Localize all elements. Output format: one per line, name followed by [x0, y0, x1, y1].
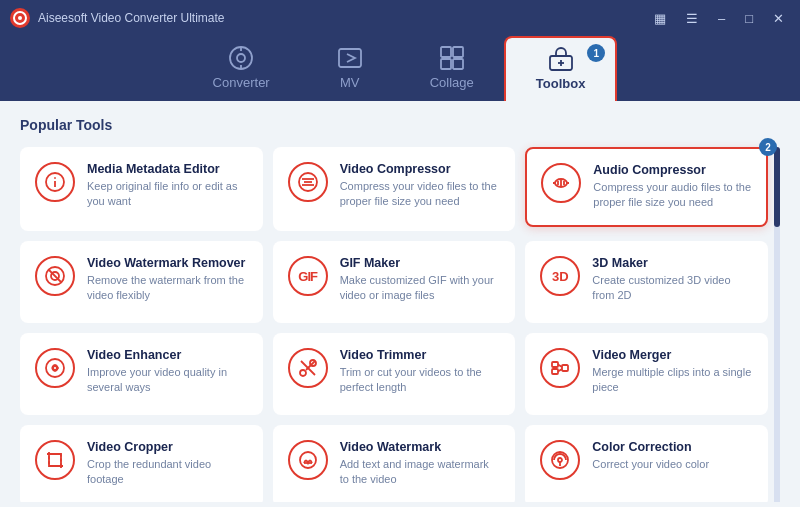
- tool-video-watermark-remover[interactable]: Video Watermark Remover Remove the water…: [20, 241, 263, 323]
- video-enhancer-name: Video Enhancer: [87, 348, 248, 362]
- watermark-remove-icon: [45, 266, 65, 286]
- toolbox-badge: 1: [587, 44, 605, 62]
- video-merger-info: Video Merger Merge multiple clips into a…: [592, 348, 753, 396]
- tool-video-enhancer[interactable]: Video Enhancer Improve your video qualit…: [20, 333, 263, 415]
- titlebar-controls: ▦ ☰ – □ ✕: [648, 9, 790, 28]
- app-title: Aiseesoft Video Converter Ultimate: [38, 11, 225, 25]
- svg-rect-38: [552, 369, 558, 374]
- tool-3d-maker[interactable]: 3D 3D Maker Create customized 3D video f…: [525, 241, 768, 323]
- 3d-maker-desc: Create customized 3D video from 2D: [592, 273, 753, 304]
- tools-grid: Media Metadata Editor Keep original file…: [20, 147, 768, 502]
- tool-video-trimmer[interactable]: Video Trimmer Trim or cut your videos to…: [273, 333, 516, 415]
- svg-point-34: [300, 370, 306, 376]
- audio-compressor-name: Audio Compressor: [593, 163, 752, 177]
- gif-maker-desc: Make customized GIF with your video or i…: [340, 273, 501, 304]
- collage-tab-label: Collage: [430, 75, 474, 90]
- audio-compressor-badge: 2: [759, 138, 777, 156]
- video-trimmer-info: Video Trimmer Trim or cut your videos to…: [340, 348, 501, 396]
- tab-mv[interactable]: MV: [300, 36, 400, 101]
- watermark-remover-name: Video Watermark Remover: [87, 256, 248, 270]
- svg-rect-37: [552, 362, 558, 367]
- mv-icon: [337, 45, 363, 71]
- watermark-add-icon-wrap: [288, 440, 328, 480]
- mv-tab-label: MV: [340, 75, 360, 90]
- svg-rect-10: [441, 59, 451, 69]
- converter-icon: [228, 45, 254, 71]
- close-button[interactable]: ✕: [767, 9, 790, 28]
- collage-icon: [439, 45, 465, 71]
- video-compressor-desc: Compress your video files to the proper …: [340, 179, 501, 210]
- color-icon-wrap: [540, 440, 580, 480]
- audio-compressor-info: Audio Compressor Compress your audio fil…: [593, 163, 752, 211]
- svg-rect-8: [441, 47, 451, 57]
- tool-audio-compressor[interactable]: Audio Compressor Compress your audio fil…: [525, 147, 768, 227]
- gif-maker-info: GIF Maker Make customized GIF with your …: [340, 256, 501, 304]
- minimize-button[interactable]: –: [712, 9, 731, 28]
- svg-point-43: [300, 452, 316, 468]
- chat-button[interactable]: ▦: [648, 9, 672, 28]
- svg-rect-42: [49, 454, 61, 466]
- color-icon: [550, 450, 570, 470]
- video-trimmer-desc: Trim or cut your videos to the perfect l…: [340, 365, 501, 396]
- tool-video-cropper[interactable]: Video Cropper Crop the redundant video f…: [20, 425, 263, 502]
- 3d-maker-name: 3D Maker: [592, 256, 753, 270]
- tool-video-merger[interactable]: Video Merger Merge multiple clips into a…: [525, 333, 768, 415]
- watermark-remover-info: Video Watermark Remover Remove the water…: [87, 256, 248, 304]
- 3d-icon-wrap: 3D: [540, 256, 580, 296]
- scrollbar-track[interactable]: [774, 147, 780, 502]
- video-compressor-info: Video Compressor Compress your video fil…: [340, 162, 501, 210]
- tab-toolbox[interactable]: 1 Toolbox: [504, 36, 618, 101]
- tool-video-watermark[interactable]: Video Watermark Add text and image water…: [273, 425, 516, 502]
- tool-media-metadata[interactable]: Media Metadata Editor Keep original file…: [20, 147, 263, 231]
- gif-icon-wrap: GIF: [288, 256, 328, 296]
- main-content: Popular Tools Media Metadata Editor Keep…: [0, 101, 800, 502]
- menu-button[interactable]: ☰: [680, 9, 704, 28]
- enhance-icon-wrap: [35, 348, 75, 388]
- crop-icon: [45, 450, 65, 470]
- trim-icon-wrap: [288, 348, 328, 388]
- svg-rect-39: [562, 365, 568, 371]
- watermark-remove-icon-wrap: [35, 256, 75, 296]
- color-correction-info: Color Correction Correct your video colo…: [592, 440, 753, 472]
- tab-collage[interactable]: Collage: [400, 36, 504, 101]
- tool-gif-maker[interactable]: GIF GIF Maker Make customized GIF with y…: [273, 241, 516, 323]
- video-cropper-info: Video Cropper Crop the redundant video f…: [87, 440, 248, 488]
- color-correction-name: Color Correction: [592, 440, 753, 454]
- audio-compressor-icon-wrap: [541, 163, 581, 203]
- svg-rect-9: [453, 47, 463, 57]
- watermark-remover-desc: Remove the watermark from the video flex…: [87, 273, 248, 304]
- info-icon: [45, 172, 65, 192]
- maximize-button[interactable]: □: [739, 9, 759, 28]
- gif-maker-name: GIF Maker: [340, 256, 501, 270]
- svg-point-2: [18, 16, 22, 20]
- titlebar-left: Aiseesoft Video Converter Ultimate: [10, 8, 225, 28]
- svg-point-46: [558, 458, 562, 462]
- merge-icon-wrap: [540, 348, 580, 388]
- audio-compress-icon: [551, 173, 571, 193]
- svg-rect-7: [339, 49, 361, 67]
- video-watermark-desc: Add text and image watermark to the vide…: [340, 457, 501, 488]
- scrollbar-thumb[interactable]: [774, 147, 780, 227]
- media-metadata-desc: Keep original file info or edit as you w…: [87, 179, 248, 210]
- video-trimmer-name: Video Trimmer: [340, 348, 501, 362]
- tool-color-correction[interactable]: Color Correction Correct your video colo…: [525, 425, 768, 502]
- video-cropper-name: Video Cropper: [87, 440, 248, 454]
- svg-point-17: [55, 178, 56, 179]
- video-compressor-icon-wrap: [288, 162, 328, 202]
- toolbox-tab-label: Toolbox: [536, 76, 586, 91]
- svg-point-4: [237, 54, 245, 62]
- trim-icon: [298, 358, 318, 378]
- tool-video-compressor[interactable]: Video Compressor Compress your video fil…: [273, 147, 516, 231]
- svg-rect-11: [453, 59, 463, 69]
- app-logo-icon: [10, 8, 30, 28]
- converter-tab-label: Converter: [213, 75, 270, 90]
- video-merger-desc: Merge multiple clips into a single piece: [592, 365, 753, 396]
- tab-converter[interactable]: Converter: [183, 36, 300, 101]
- video-compressor-name: Video Compressor: [340, 162, 501, 176]
- gif-icon: GIF: [298, 269, 317, 284]
- merge-icon: [550, 358, 570, 378]
- section-title: Popular Tools: [20, 117, 780, 133]
- toolbox-icon: [548, 46, 574, 72]
- tool-audio-compressor-wrap: 2 Audio Compressor: [525, 147, 768, 231]
- video-enhancer-desc: Improve your video quality in several wa…: [87, 365, 248, 396]
